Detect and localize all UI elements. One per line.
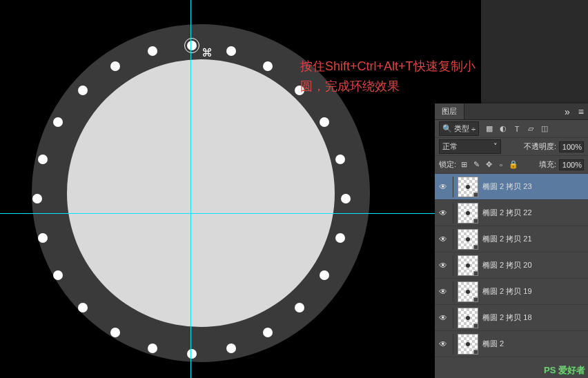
layer-row[interactable]: 👁椭圆 2 bbox=[435, 331, 588, 357]
visibility-eye-icon[interactable]: 👁 bbox=[438, 260, 449, 271]
opacity-value[interactable]: 100% bbox=[559, 141, 584, 152]
lock-label: 锁定: bbox=[439, 159, 456, 170]
ring-dot[interactable] bbox=[320, 117, 329, 127]
ring-dot[interactable] bbox=[38, 155, 48, 164]
layer-thumbnail[interactable] bbox=[458, 334, 478, 355]
layer-thumbnail[interactable] bbox=[458, 255, 478, 276]
search-icon: 🔍 bbox=[442, 124, 452, 133]
ring-dot[interactable] bbox=[187, 349, 197, 359]
blend-mode-select[interactable]: 正常 ˅ bbox=[439, 139, 501, 154]
background-fade bbox=[481, 0, 588, 103]
visibility-eye-icon[interactable]: 👁 bbox=[438, 181, 449, 192]
chevron-down-icon: ˅ bbox=[493, 142, 498, 151]
filter-type-icon[interactable]: T bbox=[512, 124, 522, 134]
ring-dot[interactable] bbox=[110, 61, 120, 71]
inner-circle-shape bbox=[67, 59, 335, 327]
fill-value[interactable]: 100% bbox=[559, 159, 584, 170]
layer-row[interactable]: 👁椭圆 2 拷贝 19 bbox=[435, 279, 588, 305]
ring-dot[interactable] bbox=[335, 155, 345, 164]
lock-position-icon[interactable]: ✥ bbox=[484, 160, 493, 170]
filter-pixel-icon[interactable]: ▩ bbox=[484, 124, 494, 134]
ring-dot[interactable] bbox=[38, 233, 48, 243]
ring-dot[interactable] bbox=[148, 46, 157, 56]
ring-dot[interactable] bbox=[110, 328, 120, 337]
ring-dot[interactable] bbox=[78, 303, 88, 312]
ring-dot[interactable] bbox=[335, 233, 345, 243]
ring-dot[interactable] bbox=[148, 344, 157, 353]
layers-panel: 图层 » ≡ 🔍 类型 ÷ ▩ ◐ T ▱ ◫ 正常 ˅ 不透明度: 100% … bbox=[435, 103, 588, 378]
ring-dot[interactable] bbox=[320, 270, 329, 280]
layer-filter-row: 🔍 类型 ÷ ▩ ◐ T ▱ ◫ bbox=[435, 120, 588, 138]
ring-dot[interactable] bbox=[53, 117, 63, 127]
opacity-label: 不透明度: bbox=[524, 141, 556, 152]
visibility-eye-icon[interactable]: 👁 bbox=[438, 208, 449, 219]
ring-dot[interactable] bbox=[341, 194, 351, 203]
filter-smart-icon[interactable]: ◫ bbox=[540, 124, 549, 134]
layer-name: 椭圆 2 拷贝 22 bbox=[482, 208, 585, 218]
ring-dot[interactable] bbox=[263, 61, 273, 71]
panel-options-icon[interactable]: ≡ bbox=[574, 106, 588, 117]
layer-name: 椭圆 2 拷贝 23 bbox=[482, 181, 585, 192]
filter-label: 类型 bbox=[454, 123, 469, 134]
visibility-eye-icon[interactable]: 👁 bbox=[438, 339, 449, 350]
fill-label: 填充: bbox=[539, 159, 556, 170]
layer-row[interactable]: 👁椭圆 2 拷贝 22 bbox=[435, 200, 588, 226]
ring-dot[interactable] bbox=[226, 344, 236, 353]
ring-dot[interactable] bbox=[187, 41, 197, 50]
panel-tabbar: 图层 » ≡ bbox=[435, 103, 588, 120]
watermark-logo: PS 爱好者 www.psahz.com bbox=[544, 364, 585, 377]
ring-dot[interactable] bbox=[32, 194, 42, 203]
layer-row[interactable]: 👁椭圆 2 拷贝 20 bbox=[435, 252, 588, 279]
ring-dot[interactable] bbox=[263, 328, 273, 337]
layer-name: 椭圆 2 拷贝 18 bbox=[482, 312, 585, 323]
visibility-eye-icon[interactable]: 👁 bbox=[438, 286, 449, 297]
instruction-annotation: 按住Shift+Ctrl+Alt+T快速复制小 圆，完成环绕效果 bbox=[300, 57, 476, 97]
vertical-guide[interactable] bbox=[190, 0, 191, 378]
layer-thumbnail[interactable] bbox=[458, 203, 478, 223]
transform-origin-marker: ⌘ bbox=[200, 46, 214, 59]
layer-thumbnail[interactable] bbox=[458, 281, 478, 302]
filter-shape-icon[interactable]: ▱ bbox=[526, 124, 536, 134]
lock-transparent-icon[interactable]: ⊞ bbox=[459, 160, 469, 170]
lock-artboard-icon[interactable]: ▫ bbox=[496, 160, 506, 170]
layer-name: 椭圆 2 拷贝 20 bbox=[482, 260, 585, 270]
ring-dot[interactable] bbox=[78, 86, 88, 95]
filter-type-select[interactable]: 🔍 类型 ÷ bbox=[439, 121, 479, 136]
layer-thumbnail[interactable] bbox=[458, 177, 478, 197]
ring-dot[interactable] bbox=[295, 303, 304, 312]
panel-collapse-icon[interactable]: » bbox=[560, 106, 574, 117]
annotation-line2: 圆，完成环绕效果 bbox=[300, 77, 476, 97]
chevron-down-icon: ÷ bbox=[471, 125, 476, 133]
lock-fill-row: 锁定: ⊞ ✎ ✥ ▫ 🔒 填充: 100% bbox=[435, 156, 588, 174]
layer-row[interactable]: 👁椭圆 2 拷贝 23 bbox=[435, 174, 588, 200]
blend-opacity-row: 正常 ˅ 不透明度: 100% bbox=[435, 138, 588, 156]
lock-all-icon[interactable]: 🔒 bbox=[509, 160, 518, 170]
watermark-text: PS 爱好者 bbox=[544, 365, 585, 375]
ring-dot[interactable] bbox=[53, 270, 63, 280]
layer-name: 椭圆 2 bbox=[482, 339, 585, 349]
tab-layers[interactable]: 图层 bbox=[435, 103, 464, 119]
filter-adjust-icon[interactable]: ◐ bbox=[498, 124, 508, 134]
layer-list: 👁椭圆 2 拷贝 23👁椭圆 2 拷贝 22👁椭圆 2 拷贝 21👁椭圆 2 拷… bbox=[435, 174, 588, 357]
layer-name: 椭圆 2 拷贝 21 bbox=[482, 234, 585, 244]
visibility-eye-icon[interactable]: 👁 bbox=[438, 312, 449, 324]
layer-thumbnail[interactable] bbox=[458, 229, 478, 250]
blend-mode-value: 正常 bbox=[442, 141, 458, 152]
layer-name: 椭圆 2 拷贝 19 bbox=[482, 286, 585, 297]
horizontal-guide[interactable] bbox=[0, 213, 435, 214]
layer-row[interactable]: 👁椭圆 2 拷贝 18 bbox=[435, 305, 588, 331]
visibility-eye-icon[interactable]: 👁 bbox=[438, 234, 449, 245]
ring-dot[interactable] bbox=[226, 46, 236, 56]
layer-row[interactable]: 👁椭圆 2 拷贝 21 bbox=[435, 226, 588, 252]
layer-thumbnail[interactable] bbox=[458, 308, 478, 328]
annotation-line1: 按住Shift+Ctrl+Alt+T快速复制小 bbox=[300, 57, 476, 77]
lock-pixels-icon[interactable]: ✎ bbox=[471, 160, 481, 170]
